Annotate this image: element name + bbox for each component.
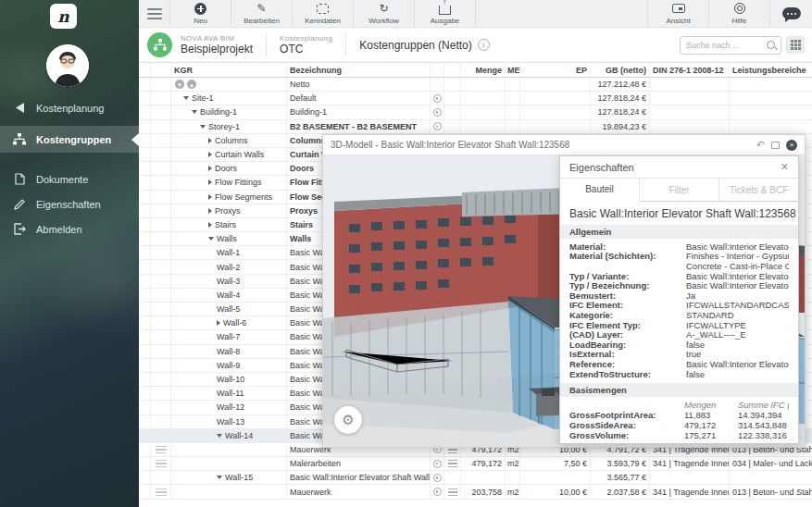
kgr-cell[interactable]: Wall-1 [171, 246, 287, 259]
table-row[interactable]: Malerarbeiten479,172m27,50 €3.593,79 €34… [139, 457, 812, 471]
sidebar-item-eigenschaften[interactable]: Eigenschaften [0, 192, 139, 216]
expand-arrow-icon[interactable] [208, 152, 212, 157]
expand-all-button[interactable]: ▾ [175, 80, 184, 89]
collapse-arrow-icon[interactable] [217, 476, 222, 479]
expand-arrow-icon[interactable] [208, 222, 212, 228]
bezeichnung-cell[interactable]: B2 BASEMENT - B2 BASEMENT [287, 120, 431, 133]
collapse-arrow-icon[interactable] [208, 237, 214, 241]
kgr-cell[interactable]: Wall-8 [171, 345, 287, 358]
kgr-cell[interactable]: Flow Segments [171, 191, 287, 204]
expand-arrow-icon[interactable] [208, 194, 212, 200]
target-icon[interactable] [433, 108, 442, 117]
menu-toggle-button[interactable] [139, 0, 170, 27]
kgr-cell[interactable]: Wall-15 [171, 471, 287, 484]
expand-arrow-icon[interactable] [208, 138, 212, 143]
search-icon[interactable] [767, 41, 775, 49]
grid-view-button[interactable] [786, 36, 805, 54]
kgr-cell[interactable]: Stairs [171, 218, 287, 231]
expand-arrow-icon[interactable] [208, 166, 212, 171]
project-name-group[interactable]: NOVA AVA BIM Beispielprojekt [181, 34, 266, 56]
kgr-cell[interactable]: Wall-7 [171, 330, 287, 343]
kgr-cell[interactable]: Site-1 [171, 92, 287, 105]
info-icon[interactable]: i [478, 39, 490, 51]
bezeichnung-cell[interactable]: Malerarbeiten [287, 457, 431, 470]
collapse-arrow-icon[interactable] [183, 96, 189, 100]
tab-filter[interactable]: Filter [640, 179, 719, 201]
collapse-arrow-icon[interactable] [200, 125, 206, 129]
neu-button[interactable]: Neu [170, 0, 231, 27]
kgr-cell[interactable]: Wall-10 [171, 373, 287, 386]
restore-window-icon[interactable] [771, 142, 780, 149]
project-avatar[interactable] [147, 32, 172, 57]
col-leistungsbereiche[interactable]: Leistungsbereiche [730, 63, 812, 77]
kgr-cell[interactable]: Wall-6 [171, 316, 287, 329]
ausgabe-button[interactable]: Ausgabe [415, 0, 476, 27]
kgr-cell[interactable]: Proxys [171, 204, 287, 217]
kgr-cell[interactable]: Columns [171, 134, 287, 147]
target-icon[interactable] [433, 94, 442, 103]
sidebar-item-abmelden[interactable]: Abmelden [0, 216, 139, 241]
ansicht-button[interactable]: Ansicht [647, 0, 708, 27]
user-avatar[interactable] [46, 44, 89, 87]
col-gb-netto[interactable]: GB (netto) [591, 63, 650, 77]
kgr-cell[interactable]: ▾▴ [171, 78, 287, 91]
kgr-cell[interactable]: Wall-2 [171, 260, 287, 273]
col-me[interactable]: ME [506, 63, 520, 77]
properties-resize-handle[interactable]: .: [791, 434, 794, 442]
kgr-cell[interactable]: Building-1 [171, 105, 287, 118]
col-din[interactable]: DIN 276-1 2008-12 [650, 63, 730, 77]
bearbeiten-button[interactable]: ✎ Bearbeiten [231, 0, 293, 27]
target-icon[interactable] [433, 488, 442, 496]
table-row[interactable]: Storey-1B2 BASEMENT - B2 BASEMENT19.894,… [139, 120, 812, 134]
list-icon[interactable] [448, 488, 457, 496]
target-icon[interactable] [433, 460, 442, 468]
kgr-cell[interactable]: Wall-5 [171, 303, 287, 315]
sidebar-item-kostengruppen[interactable]: Kostengruppen [0, 126, 139, 153]
hilfe-button[interactable]: Hilfe [708, 0, 769, 27]
feedback-chat-button[interactable] [769, 0, 812, 27]
drag-handle-icon[interactable] [156, 446, 167, 453]
col-bezeichnung[interactable]: Bezeichnung [287, 63, 431, 77]
sidebar-item-dokumente[interactable]: Dokumente [0, 167, 139, 192]
kgr-cell[interactable]: Wall-14 [171, 429, 287, 442]
kgr-cell[interactable]: Wall-9 [171, 359, 287, 372]
table-row[interactable]: Building-1Building-1127.818,24 € [139, 105, 812, 119]
tab-tickets-bcf[interactable]: Tickets & BCF [719, 179, 798, 201]
target-icon[interactable] [433, 122, 442, 130]
kgr-cell[interactable]: Flow Fittings [171, 176, 287, 189]
collapse-arrow-icon[interactable] [217, 434, 222, 438]
kgr-cell[interactable] [171, 457, 287, 470]
collapse-all-button[interactable]: ▴ [187, 80, 196, 89]
kgr-cell[interactable]: Wall-11 [171, 387, 287, 400]
kgr-cell[interactable]: Wall-3 [171, 275, 287, 288]
table-row[interactable]: ▾▴Netto127.212,48 € [139, 78, 812, 92]
expand-arrow-icon[interactable] [208, 208, 212, 214]
sidebar-item-kostenplanung[interactable]: Kostenplanung [0, 95, 139, 120]
bezeichnung-cell[interactable]: Basic Wall:Interior Elevator Shaft Wall:… [287, 471, 431, 484]
kgr-cell[interactable] [171, 485, 287, 498]
tab-bauteil[interactable]: Bauteil [560, 179, 640, 202]
dialog-titlebar[interactable]: 3D-Modell - Basic Wall:Interior Elevator… [323, 135, 805, 155]
module-group[interactable]: Kostenplanung OTC [280, 34, 345, 56]
nova-logo[interactable]: n [50, 4, 77, 29]
close-properties-icon[interactable]: ✕ [781, 161, 789, 173]
col-ep[interactable]: EP [520, 63, 591, 77]
drag-handle-icon[interactable] [156, 460, 167, 467]
kgr-cell[interactable]: Curtain Walls [171, 148, 287, 161]
target-icon[interactable] [433, 474, 442, 482]
table-row[interactable]: Wall-15Basic Wall:Interior Elevator Shaf… [139, 471, 812, 485]
kgr-cell[interactable]: Storey-1 [171, 120, 287, 133]
table-row[interactable]: Mauerwerk203,758m210,00 €2.037,58 €341 |… [139, 485, 812, 499]
drag-handle-icon[interactable] [156, 488, 167, 496]
col-kgr[interactable]: KGR [171, 63, 287, 77]
bezeichnung-cell[interactable]: Default [287, 92, 431, 105]
bezeichnung-cell[interactable]: Mauerwerk [287, 485, 431, 498]
kgr-cell[interactable]: Wall-13 [171, 415, 287, 428]
kenndaten-button[interactable]: Kenndaten [293, 0, 354, 27]
kgr-cell[interactable]: Wall-12 [171, 401, 287, 414]
bezeichnung-cell[interactable]: Building-1 [287, 105, 431, 118]
expand-arrow-icon[interactable] [208, 179, 212, 185]
kgr-cell[interactable]: Wall-4 [171, 289, 287, 302]
undo-icon[interactable]: ↶ [756, 140, 765, 150]
kgr-cell[interactable]: Doors [171, 162, 287, 175]
